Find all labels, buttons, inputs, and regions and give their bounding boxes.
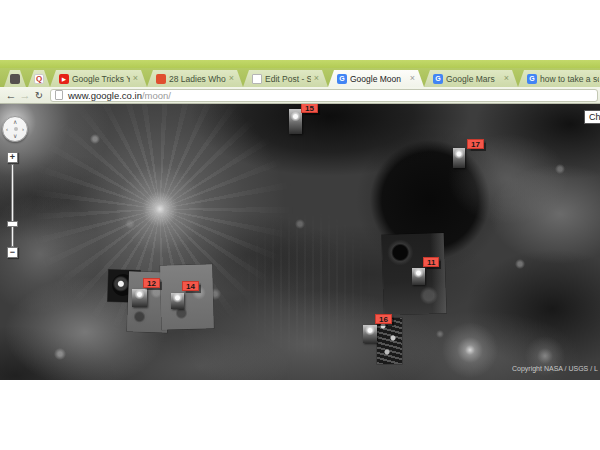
tab-label: how to take a screensh [540,74,599,84]
zoom-slider-track[interactable] [11,164,14,247]
pan-control[interactable]: ∧ ∨ ‹ › [2,116,28,142]
tab-close-icon[interactable]: × [314,74,319,83]
marker-16[interactable]: 16 [363,325,377,343]
tab-label: Google Tricks You Nee... [72,74,130,84]
forward-icon[interactable]: → [18,90,32,101]
tab-label: 28 Ladies Who Perfect... [169,74,226,84]
pinned-tab-quora[interactable]: Q [28,70,50,87]
browser-window: Q ▶ Google Tricks You Nee... × 28 Ladies… [0,60,600,380]
surface-streaks [240,214,370,354]
zoom-in-button[interactable]: + [7,152,18,163]
tab-28-ladies[interactable]: 28 Ladies Who Perfect... × [147,70,243,87]
moon-map[interactable]: 15 17 11 12 14 16 ∧ [0,104,600,380]
tab-close-icon[interactable]: × [229,74,234,83]
youtube-icon: ▶ [59,74,69,84]
google-icon: G [527,74,537,84]
photo-thumbnail[interactable] [132,289,147,307]
tab-close-icon[interactable]: × [410,74,415,83]
marker-17[interactable]: 17 [453,148,465,168]
tab-screenshot[interactable]: G how to take a screensh [518,70,600,87]
back-icon[interactable]: ← [4,90,18,101]
marker-14[interactable]: 14 [171,293,184,309]
tab-google-mars[interactable]: G Google Mars × [424,70,518,87]
tab-strip: Q ▶ Google Tricks You Nee... × 28 Ladies… [0,68,600,87]
page-background: Q ▶ Google Tricks You Nee... × 28 Ladies… [0,0,600,450]
pan-right-icon[interactable]: › [22,126,24,132]
photo-thumbnail[interactable] [171,293,184,309]
copyright-text: Copyright NASA / USGS / L [512,365,598,372]
marker-number-badge[interactable]: 14 [182,281,199,291]
photo-overlay-bottom [377,318,402,364]
tab-close-icon[interactable]: × [133,74,138,83]
pan-down-icon[interactable]: ∨ [13,133,17,139]
photo-overlay-left-2 [160,264,214,329]
pan-center-dot[interactable] [14,127,18,131]
photo-thumbnail[interactable] [412,268,425,285]
reload-icon[interactable]: ↻ [32,90,46,101]
marker-number-badge[interactable]: 11 [423,257,439,267]
url-path: /moon/ [142,90,171,101]
marker-number-badge[interactable]: 16 [375,314,392,324]
tab-google-moon[interactable]: G Google Moon × [328,70,424,87]
app-icon [10,74,20,84]
marker-number-badge[interactable]: 12 [143,278,160,288]
pan-up-icon[interactable]: ∧ [13,119,17,125]
url-host: www.google.co.in [68,90,142,101]
tab-label: Google Moon [350,74,407,84]
browser-theme-strip [0,60,600,68]
marker-number-badge[interactable]: 17 [467,139,484,149]
pan-left-icon[interactable]: ‹ [6,126,8,132]
google-icon: G [433,74,443,84]
document-icon [252,74,262,84]
quora-icon: Q [34,74,44,84]
marker-15[interactable]: 15 [289,109,302,134]
photo-thumbnail[interactable] [453,148,465,168]
tab-google-tricks[interactable]: ▶ Google Tricks You Nee... × [50,70,147,87]
pinned-tab-1[interactable] [4,70,26,87]
tab-edit-post[interactable]: Edit Post - StoryPick — × [243,70,328,87]
marker-number-badge[interactable]: 15 [301,104,318,113]
tab-label: Edit Post - StoryPick — [265,74,311,84]
marker-11[interactable]: 11 [412,268,425,285]
google-icon: G [337,74,347,84]
marker-12[interactable]: 12 [132,289,147,307]
zoom-slider-handle[interactable] [7,221,18,227]
charts-layer-button[interactable]: Ch [584,110,600,124]
zoom-out-button[interactable]: − [7,247,18,258]
browser-toolbar: ← → ↻ www.google.co.in /moon/ [0,87,600,104]
url-bar[interactable]: www.google.co.in /moon/ [50,89,598,102]
tab-label: Google Mars [446,74,501,84]
tab-close-icon[interactable]: × [504,74,509,83]
photo-thumbnail[interactable] [363,325,377,343]
red-site-icon [156,74,166,84]
page-icon [55,90,63,100]
